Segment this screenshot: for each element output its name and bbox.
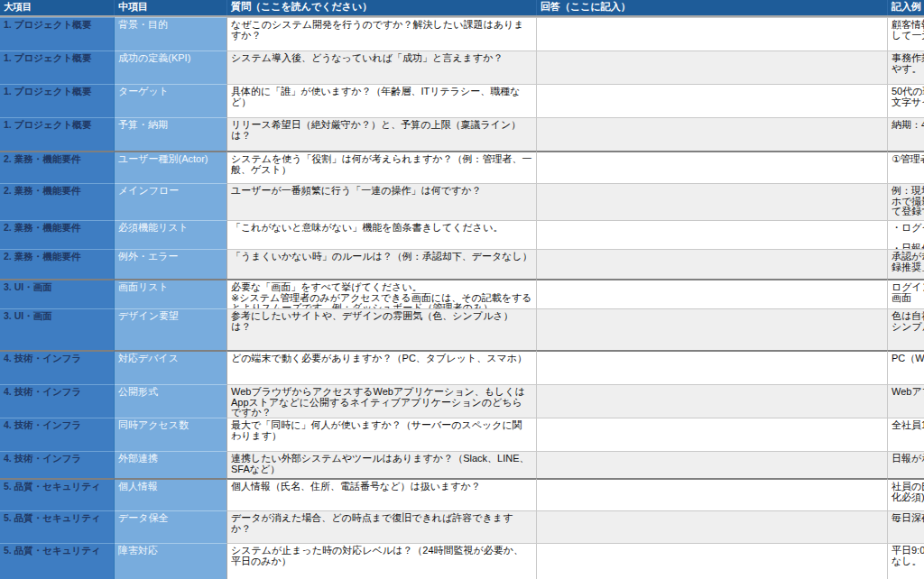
medium-item-cell[interactable]: 画面リスト xyxy=(115,279,227,308)
table-row: 2. 業務・機能要件ユーザー種別(Actor)システムを使う「役割」は何が考えら… xyxy=(0,151,924,183)
header-answer: 回答（ここに記入） xyxy=(537,0,888,15)
medium-item-cell[interactable]: 個人情報 xyxy=(115,478,227,510)
large-item-cell[interactable]: 1. プロジェクト概要 xyxy=(0,17,115,51)
table-row: 5. 品質・セキュリティ個人情報個人情報（氏名、住所、電話番号など）は扱いますか… xyxy=(0,478,924,510)
table-row: 3. UI・画面デザイン要望参考にしたいサイトや、デザインの雰囲気（色、シンプル… xyxy=(0,308,924,350)
large-item-cell[interactable]: 4. 技術・インフラ xyxy=(0,384,115,418)
answer-cell[interactable] xyxy=(537,384,888,418)
example-cell[interactable]: 例：現場 ホで撮影 て登録す xyxy=(888,183,924,220)
medium-item-cell[interactable]: 例外・エラー xyxy=(115,249,227,279)
answer-cell[interactable] xyxy=(537,151,888,183)
large-item-cell[interactable]: 2. 業務・機能要件 xyxy=(0,220,115,249)
example-cell[interactable]: ①管理者 xyxy=(888,151,924,183)
example-cell[interactable]: 顧客情報 して一元 xyxy=(888,17,924,51)
example-cell[interactable]: ・ログイ ・日報作 xyxy=(888,220,924,249)
answer-cell[interactable] xyxy=(537,543,888,579)
table-row: 2. 業務・機能要件必須機能リスト「これがないと意味がない」機能を箇条書きしてく… xyxy=(0,220,924,249)
medium-item-cell[interactable]: 背景・目的 xyxy=(115,17,227,51)
example-cell[interactable]: 50代の現 文字サイ xyxy=(888,84,924,117)
table-row: 1. プロジェクト概要成功の定義(KPI)システム導入後、どうなっていれば「成功… xyxy=(0,51,924,84)
large-item-cell[interactable]: 2. 業務・機能要件 xyxy=(0,151,115,183)
answer-cell[interactable] xyxy=(537,117,888,151)
table-row: 4. 技術・インフラ外部連携連携したい外部システムやツールはありますか？（Sla… xyxy=(0,451,924,478)
example-cell[interactable]: 日報が承 xyxy=(888,451,924,478)
example-cell[interactable]: 承認が却 録推奨」 xyxy=(888,249,924,279)
question-cell[interactable]: システムが止まった時の対応レベルは？（24時間監視が必要か、平日のみか） xyxy=(227,543,537,579)
answer-cell[interactable] xyxy=(537,183,888,220)
question-cell[interactable]: WebブラウザからアクセスするWebアプリケーション、もしくはAppストアなどに… xyxy=(227,384,537,418)
example-cell[interactable]: 社員の氏 化必須) xyxy=(888,478,924,510)
medium-item-cell[interactable]: 公開形式 xyxy=(115,384,227,418)
example-cell[interactable]: 全社員1 xyxy=(888,418,924,451)
large-item-cell[interactable]: 3. UI・画面 xyxy=(0,308,115,350)
answer-cell[interactable] xyxy=(537,308,888,350)
answer-cell[interactable] xyxy=(537,51,888,84)
medium-item-cell[interactable]: 必須機能リスト xyxy=(115,220,227,249)
question-cell[interactable]: ユーザーが一番頻繁に行う「一連の操作」は何ですか？ xyxy=(227,183,537,220)
table-row: 3. UI・画面画面リスト必要な「画面」をすべて挙げてください。 ※システム管理… xyxy=(0,279,924,308)
question-cell[interactable]: リリース希望日（絶対厳守か？）と、予算の上限（稟議ライン）は？ xyxy=(227,117,537,151)
question-cell[interactable]: 参考にしたいサイトや、デザインの雰囲気（色、シンプルさ）は？ xyxy=(227,308,537,350)
answer-cell[interactable] xyxy=(537,451,888,478)
large-item-cell[interactable]: 4. 技術・インフラ xyxy=(0,451,115,478)
question-cell[interactable]: 「うまくいかない時」のルールは？（例：承認却下、データなし） xyxy=(227,249,537,279)
question-cell[interactable]: システム導入後、どうなっていれば「成功」と言えますか？ xyxy=(227,51,537,84)
medium-item-cell[interactable]: デザイン要望 xyxy=(115,308,227,350)
large-item-cell[interactable]: 1. プロジェクト概要 xyxy=(0,84,115,117)
example-cell[interactable]: 毎日深夜 xyxy=(888,510,924,543)
answer-cell[interactable] xyxy=(537,249,888,279)
question-cell[interactable]: データが消えた場合、どの時点まで復旧できれば許容できますか？ xyxy=(227,510,537,543)
example-cell[interactable]: ログイン 画面 xyxy=(888,279,924,308)
large-item-cell[interactable]: 5. 品質・セキュリティ xyxy=(0,478,115,510)
example-cell[interactable]: PC（W xyxy=(888,350,924,384)
medium-item-cell[interactable]: ユーザー種別(Actor) xyxy=(115,151,227,183)
question-cell[interactable]: 「これがないと意味がない」機能を箇条書きしてください。 xyxy=(227,220,537,249)
question-cell[interactable]: 最大で「同時に」何人が使いますか？（サーバーのスペックに関わります） xyxy=(227,418,537,451)
answer-cell[interactable] xyxy=(537,84,888,117)
large-item-cell[interactable]: 2. 業務・機能要件 xyxy=(0,183,115,220)
medium-item-cell[interactable]: メインフロー xyxy=(115,183,227,220)
example-cell[interactable]: 平日9:0 なし。 xyxy=(888,543,924,579)
question-cell[interactable]: 連携したい外部システムやツールはありますか？（Slack、LINE、SFAなど） xyxy=(227,451,537,478)
example-cell[interactable]: 色は自社 シンプル xyxy=(888,308,924,350)
large-item-cell[interactable]: 4. 技術・インフラ xyxy=(0,418,115,451)
large-item-cell[interactable]: 2. 業務・機能要件 xyxy=(0,249,115,279)
question-cell[interactable]: システムを使う「役割」は何が考えられますか？（例：管理者、一般、ゲスト） xyxy=(227,151,537,183)
example-cell[interactable]: 事務作業 やす。 xyxy=(888,51,924,84)
table-row: 5. 品質・セキュリティ障害対応システムが止まった時の対応レベルは？（24時間監… xyxy=(0,543,924,579)
header-question: 質問（ここを読んでください） xyxy=(227,0,537,15)
table-row: 4. 技術・インフラ公開形式WebブラウザからアクセスするWebアプリケーション… xyxy=(0,384,924,418)
question-cell[interactable]: どの端末で動く必要がありますか？（PC、タブレット、スマホ） xyxy=(227,350,537,384)
answer-cell[interactable] xyxy=(537,350,888,384)
example-cell[interactable]: Webアプ xyxy=(888,384,924,418)
medium-item-cell[interactable]: 成功の定義(KPI) xyxy=(115,51,227,84)
medium-item-cell[interactable]: 対応デバイス xyxy=(115,350,227,384)
answer-cell[interactable] xyxy=(537,478,888,510)
large-item-cell[interactable]: 1. プロジェクト概要 xyxy=(0,51,115,84)
medium-item-cell[interactable]: ターゲット xyxy=(115,84,227,117)
requirements-spreadsheet: 大項目 中項目 質問（ここを読んでください） 回答（ここに記入） 記入例 1. … xyxy=(0,0,924,579)
answer-cell[interactable] xyxy=(537,17,888,51)
question-cell[interactable]: 必要な「画面」をすべて挙げてください。 ※システム管理者のみがアクセスできる画面… xyxy=(227,279,537,308)
large-item-cell[interactable]: 3. UI・画面 xyxy=(0,279,115,308)
table-row: 2. 業務・機能要件例外・エラー「うまくいかない時」のルールは？（例：承認却下、… xyxy=(0,249,924,279)
answer-cell[interactable] xyxy=(537,510,888,543)
question-cell[interactable]: 具体的に「誰」が使いますか？（年齢層、ITリテラシー、職種など） xyxy=(227,84,537,117)
large-item-cell[interactable]: 5. 品質・セキュリティ xyxy=(0,543,115,579)
table-row: 1. プロジェクト概要背景・目的なぜこのシステム開発を行うのですか？解決したい課… xyxy=(0,17,924,51)
answer-cell[interactable] xyxy=(537,279,888,308)
header-example: 記入例 xyxy=(888,0,924,15)
medium-item-cell[interactable]: 障害対応 xyxy=(115,543,227,579)
question-cell[interactable]: なぜこのシステム開発を行うのですか？解決したい課題はありますか？ xyxy=(227,17,537,51)
question-cell[interactable]: 個人情報（氏名、住所、電話番号など）は扱いますか？ xyxy=(227,478,537,510)
medium-item-cell[interactable]: データ保全 xyxy=(115,510,227,543)
medium-item-cell[interactable]: 予算・納期 xyxy=(115,117,227,151)
large-item-cell[interactable]: 4. 技術・インフラ xyxy=(0,350,115,384)
answer-cell[interactable] xyxy=(537,220,888,249)
large-item-cell[interactable]: 1. プロジェクト概要 xyxy=(0,117,115,151)
large-item-cell[interactable]: 5. 品質・セキュリティ xyxy=(0,510,115,543)
answer-cell[interactable] xyxy=(537,418,888,451)
medium-item-cell[interactable]: 外部連携 xyxy=(115,451,227,478)
medium-item-cell[interactable]: 同時アクセス数 xyxy=(115,418,227,451)
example-cell[interactable]: 納期：4 xyxy=(888,117,924,151)
